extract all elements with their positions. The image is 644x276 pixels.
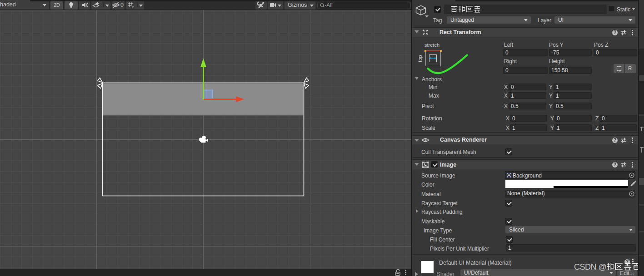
svg-text:Y: Y — [132, 5, 135, 9]
